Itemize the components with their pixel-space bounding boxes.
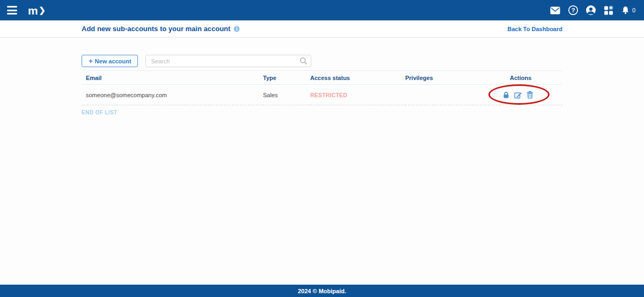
toolbar: + New account — [82, 55, 562, 67]
svg-text:?: ? — [572, 7, 575, 13]
hamburger-menu-icon[interactable] — [7, 6, 19, 15]
search-input[interactable] — [145, 55, 311, 67]
copyright-text: 2024 © Mobipaid. — [298, 288, 346, 294]
main-content: + New account Email — [0, 38, 644, 285]
search-box — [145, 55, 311, 67]
table-row: someone@somecompany.com Sales RESTRICTED — [82, 85, 562, 105]
navbar-left: m❯ — [0, 5, 46, 16]
cell-email: someone@somecompany.com — [82, 85, 263, 105]
end-of-list-label: END OF LIST — [82, 110, 562, 115]
column-header-actions: Actions — [500, 71, 562, 85]
back-to-dashboard-link[interactable]: Back To Dashboard — [508, 26, 563, 32]
mobipaid-logo[interactable]: m❯ — [28, 5, 46, 16]
page-title: Add new sub-accounts to your main accoun… — [82, 25, 230, 33]
logo-chevron: ❯ — [39, 6, 46, 14]
cell-type: Sales — [263, 85, 310, 105]
notification-count: 0 — [632, 7, 635, 13]
lock-icon[interactable] — [502, 91, 510, 99]
column-header-email: Email — [82, 71, 263, 85]
info-icon[interactable]: i — [233, 26, 240, 32]
footer: 2024 © Mobipaid. — [0, 285, 644, 297]
table-header-row: Email Type Access status Privileges Acti… — [82, 71, 562, 85]
user-account-icon[interactable] — [586, 5, 596, 16]
access-status-badge: RESTRICTED — [310, 92, 347, 98]
column-header-type: Type — [263, 71, 310, 85]
bell-icon — [621, 5, 630, 15]
navbar-right: ? — [550, 5, 644, 16]
logo-text: m — [28, 5, 38, 16]
new-account-button-label: New account — [95, 58, 131, 64]
apps-grid-icon[interactable] — [603, 5, 614, 16]
column-header-privileges: Privileges — [405, 71, 500, 85]
notifications-bell[interactable]: 0 — [621, 5, 635, 15]
plus-icon: + — [89, 57, 93, 65]
help-icon[interactable]: ? — [568, 5, 579, 16]
page-header: Add new sub-accounts to your main accoun… — [0, 20, 644, 38]
search-icon[interactable] — [299, 57, 308, 67]
top-navbar: m❯ ? — [0, 0, 644, 20]
cell-privileges — [405, 85, 500, 105]
sub-accounts-table: Email Type Access status Privileges Acti… — [82, 70, 562, 105]
delete-icon[interactable] — [526, 91, 533, 99]
new-account-button[interactable]: + New account — [82, 55, 138, 67]
column-header-access-status: Access status — [310, 71, 405, 85]
edit-icon[interactable] — [514, 91, 522, 99]
mail-icon[interactable] — [550, 5, 561, 16]
row-actions — [502, 91, 562, 99]
